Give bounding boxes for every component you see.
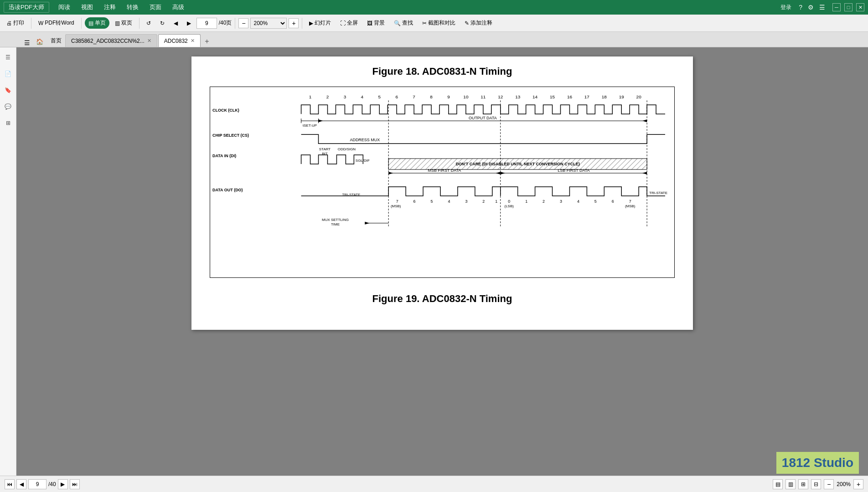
fullscreen-icon: ⛶ (340, 20, 346, 26)
svg-text:10: 10 (463, 94, 469, 99)
bottom-right-controls: ▤ ▥ ⊞ ⊟ − 200% + (773, 479, 863, 489)
zoom-out-button[interactable]: − (238, 18, 248, 28)
svg-text:16: 16 (567, 94, 573, 99)
figure19-title: Figure 19. ADC0832-N Timing (210, 293, 675, 305)
pdf-to-word-button[interactable]: W PDF转Word (35, 17, 78, 29)
separator (235, 18, 235, 29)
help-icon[interactable]: ? (799, 4, 802, 11)
nav-redo-button[interactable]: ↻ (156, 18, 168, 28)
sidebar-pages-icon[interactable]: 📄 (2, 67, 15, 80)
tab-0-close[interactable]: ✕ (147, 38, 151, 44)
bottom-total-pages: /40 (48, 481, 56, 487)
svg-text:4: 4 (577, 199, 579, 204)
svg-text:1: 1 (525, 199, 527, 204)
bottom-page-input[interactable]: 9 (28, 479, 46, 489)
watermark: 1812 Studio (776, 452, 859, 474)
sidebar-bookmarks-icon[interactable]: 🔖 (2, 84, 15, 97)
user-login[interactable]: 登录 (780, 4, 791, 11)
single-page-button[interactable]: ▤ 单页 (85, 17, 109, 29)
svg-text:3: 3 (560, 199, 562, 204)
nav-refresh-button[interactable]: ↺ (143, 18, 155, 28)
view-mode-2-button[interactable]: ▥ (785, 479, 796, 489)
separator (302, 18, 302, 29)
maximize-button[interactable]: □ (844, 3, 852, 11)
svg-text:ADDRESS MUX: ADDRESS MUX (350, 138, 380, 142)
svg-text:2: 2 (482, 199, 485, 204)
next-page-button[interactable]: ▶ (58, 479, 68, 489)
page-number-input[interactable]: 9 (196, 18, 217, 29)
svg-text:ODD/SIGN: ODD/SIGN (338, 147, 356, 151)
menu-view[interactable]: 视图 (77, 2, 98, 12)
menu-read[interactable]: 阅读 (54, 2, 75, 12)
sidebar-comments-icon[interactable]: 💬 (2, 100, 15, 113)
sidebar: ☰ 📄 🔖 💬 ⊞ (0, 47, 16, 476)
zoom-select[interactable]: 200% 150% 100% 75% (250, 18, 287, 29)
svg-text:2: 2 (542, 199, 545, 204)
home-nav-button[interactable]: 🏠 (32, 36, 47, 47)
svg-text:19: 19 (619, 94, 625, 99)
sidebar-layers-icon[interactable]: ⊞ (2, 117, 15, 129)
svg-text:5: 5 (378, 94, 381, 99)
search-icon: 🔍 (394, 20, 401, 26)
menu-convert[interactable]: 转换 (122, 2, 143, 12)
menu-annotate[interactable]: 注释 (99, 2, 120, 12)
svg-text:(MSB): (MSB) (625, 204, 636, 208)
bottom-zoom-in-button[interactable]: + (853, 479, 863, 489)
print-button[interactable]: 🖨 打印 (3, 17, 28, 29)
slideshow-icon: ▶ (309, 20, 313, 26)
close-button[interactable]: ✕ (856, 3, 864, 11)
prev-page-button[interactable]: ◀ (16, 479, 26, 489)
home-label[interactable]: 首页 (47, 34, 65, 47)
annotation-button[interactable]: ✎ 添加注释 (461, 17, 496, 29)
tab-0[interactable]: C385862_ADC0832CCN%2... ✕ (65, 34, 157, 47)
sidebar-toggle-button[interactable]: ☰ (22, 39, 32, 47)
svg-text:MUX SETTLING: MUX SETTLING (322, 218, 349, 222)
svg-text:11: 11 (480, 94, 486, 99)
view-mode-4-button[interactable]: ⊟ (811, 479, 821, 489)
sidebar-nav-icon[interactable]: ☰ (2, 51, 15, 64)
print-icon: 🖨 (6, 20, 12, 26)
total-pages-label: /40页 (219, 19, 232, 27)
window-controls: 登录 ? ⚙ ☰ ─ □ ✕ (780, 3, 864, 11)
app-name[interactable]: 迅读PDF大师 (4, 2, 49, 13)
nav-prev-button[interactable]: ◀ (170, 18, 181, 28)
tab-1[interactable]: ADC0832 ✕ (158, 34, 201, 47)
separator (139, 18, 140, 29)
single-page-icon: ▤ (88, 20, 93, 26)
first-page-button[interactable]: ⏮ (5, 479, 15, 489)
main-content: Figure 18. ADC0831-N Timing 1 2 3 4 5 6 … (16, 47, 868, 476)
svg-text:SGL/DIF: SGL/DIF (356, 159, 370, 163)
add-tab-button[interactable]: + (202, 36, 212, 47)
svg-rect-0 (210, 91, 674, 273)
minimize-button[interactable]: ─ (832, 3, 841, 11)
double-page-button[interactable]: ▥ 双页 (111, 17, 136, 29)
bottom-zoom-out-button[interactable]: − (824, 479, 834, 489)
svg-text:18: 18 (602, 94, 607, 99)
search-button[interactable]: 🔍 查找 (390, 17, 417, 29)
svg-text:CLOCK (CLK): CLOCK (CLK) (212, 108, 239, 113)
title-bar: 迅读PDF大师 阅读 视图 注释 转换 页面 高级 登录 ? ⚙ ☰ ─ □ ✕ (0, 0, 868, 15)
svg-text:6: 6 (395, 94, 398, 99)
tab-1-close[interactable]: ✕ (191, 38, 195, 44)
screenshot-button[interactable]: ✂ 截图和对比 (418, 17, 459, 29)
menu-icon[interactable]: ☰ (819, 4, 825, 11)
svg-text:TIME: TIME (331, 222, 340, 226)
svg-text:8: 8 (430, 94, 433, 99)
view-mode-3-button[interactable]: ⊞ (798, 479, 808, 489)
svg-text:MSB FIRST DATA: MSB FIRST DATA (428, 168, 461, 173)
zoom-in-button[interactable]: + (289, 18, 299, 28)
svg-text:3: 3 (465, 199, 467, 204)
settings-icon[interactable]: ⚙ (808, 4, 814, 11)
menu-page[interactable]: 页面 (145, 2, 166, 12)
svg-text:3: 3 (344, 94, 346, 99)
view-mode-1-button[interactable]: ▤ (773, 479, 783, 489)
bottom-left-controls: ⏮ ◀ 9 /40 ▶ ⏭ (5, 479, 80, 489)
separator (31, 18, 31, 29)
last-page-button[interactable]: ⏭ (70, 479, 80, 489)
menu-advanced[interactable]: 高级 (168, 2, 189, 12)
nav-next-button[interactable]: ▶ (183, 18, 195, 28)
slideshow-button[interactable]: ▶ 幻灯片 (305, 17, 335, 29)
background-button[interactable]: 🖼 背景 (363, 17, 388, 29)
svg-text:5: 5 (594, 199, 597, 204)
fullscreen-button[interactable]: ⛶ 全屏 (336, 17, 362, 29)
